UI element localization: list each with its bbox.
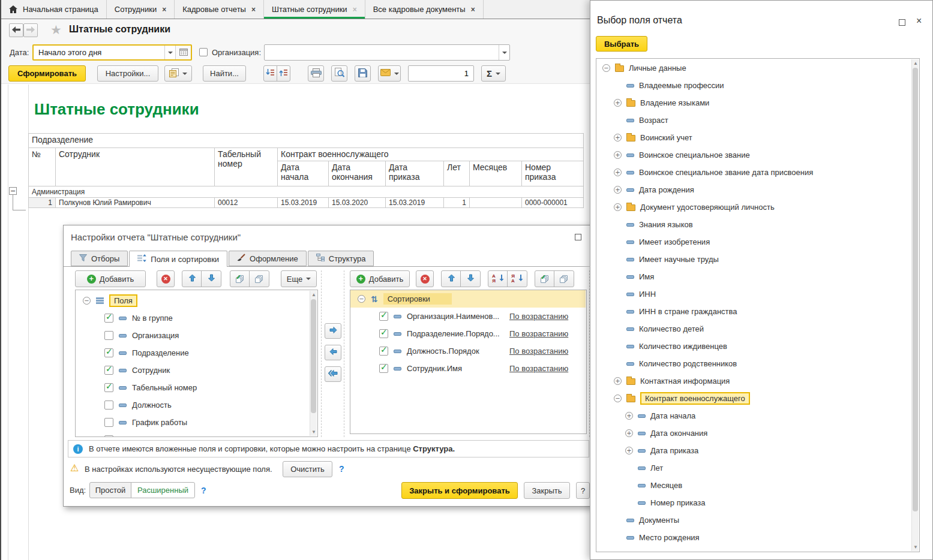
fields-more-button[interactable]: Еще [281,270,317,287]
tab-close-icon[interactable]: × [251,5,256,14]
sort-tree-root[interactable]: −⇅Сортировки [350,290,586,308]
sort-tree-item[interactable]: Подразделение.Порядо...По возрастанию [350,325,578,342]
report-group-row[interactable]: Администрация [29,186,584,198]
sort-uncheck-all-button[interactable] [554,270,574,287]
expand-expander-icon[interactable]: + [614,134,622,141]
sort-add-button[interactable]: + Добавить [350,270,410,287]
field-checkbox[interactable] [104,348,113,357]
sort-direction-link[interactable]: По возрастанию [509,312,568,321]
collapse-expander-icon[interactable]: − [83,297,91,305]
favorite-star-icon[interactable]: ★ [50,23,62,37]
close-button[interactable]: Закрыть [524,482,570,499]
field-dialog-tree-item[interactable]: −Контракт военнослужащего [596,390,911,407]
field-checkbox[interactable] [104,331,113,340]
field-checkbox[interactable] [104,401,113,410]
scroll-up-icon[interactable]: ▲ [912,61,919,66]
tab-item-4[interactable]: Все кадровые документы× [365,0,484,19]
sort-item-checkbox[interactable] [379,329,388,338]
field-checkbox[interactable] [104,418,113,427]
field-dialog-tree-item[interactable]: +Дата окончания [596,424,911,442]
close-and-generate-button[interactable]: Закрыть и сформировать [401,482,518,499]
field-dialog-tree-item[interactable]: ИНН [596,285,911,303]
fields-tree-root[interactable]: −Поля [76,292,309,309]
field-dialog-tree-item[interactable]: +Владение языками [596,94,911,112]
help-button[interactable]: ? [576,482,590,499]
settings-tab-3[interactable]: Структура [308,251,374,266]
generate-button[interactable]: Сформировать [8,65,86,82]
close-icon[interactable]: × [916,17,922,25]
scroll-down-icon[interactable]: ▼ [310,429,317,435]
tab-item-1[interactable]: Сотрудники× [107,0,175,19]
field-dialog-tree-item[interactable]: +Дата начала [596,407,911,424]
organization-dropdown-button[interactable] [499,45,509,60]
field-dialog-tree-item[interactable]: Возраст [596,112,911,129]
collapse-expander-icon[interactable]: − [358,295,365,303]
field-dialog-tree-item[interactable]: Документы [596,511,911,529]
fields-move-up-button[interactable] [182,270,202,287]
sort-tree-item[interactable]: Сотрудник.ИмяПо возрастанию [350,360,578,377]
maximize-icon[interactable] [899,19,905,26]
sort-descending-button[interactable]: ЯА [507,270,527,287]
clear-button[interactable]: Очистить [283,461,332,477]
sort-item-checkbox[interactable] [379,312,388,321]
scroll-down-icon[interactable]: ▼ [912,544,919,550]
tab-item-3[interactable]: Штатные сотрудники× [264,0,365,19]
tab-item-0[interactable]: Начальная страница [1,0,107,19]
tab-close-icon[interactable]: × [471,5,475,14]
field-dialog-tree-item[interactable]: Количество детей [596,320,911,338]
settings-button[interactable]: Настройки... [97,65,158,82]
collapse-groups-button[interactable] [277,65,290,82]
tab-close-icon[interactable]: × [162,5,166,14]
page-number-input[interactable] [408,65,474,82]
save-button[interactable] [355,65,371,82]
field-tree-scrollbar[interactable]: ▲ ▼ [911,59,919,551]
fields-tree-item[interactable]: № в группе [76,309,309,327]
fields-check-all-button[interactable]: ✓ [230,270,250,287]
expand-expander-icon[interactable]: + [625,412,633,420]
fields-tree-item[interactable]: Должность [76,396,309,414]
view-extended-button[interactable]: Расширенный [131,482,195,498]
view-simple-button[interactable]: Простой [89,482,131,498]
field-dialog-tree-item[interactable]: Имеет изобретения [596,233,911,251]
date-dropdown-button[interactable] [164,46,175,59]
field-dialog-tree-item[interactable]: +Дата рождения [596,181,911,198]
expand-groups-button[interactable] [263,65,277,82]
warning-help-link[interactable]: ? [339,464,344,474]
field-dialog-tree-item[interactable]: Месяцев [596,477,911,494]
field-dialog-tree-item[interactable]: Лет [596,459,911,477]
field-dialog-tree-item-partial[interactable] [596,551,911,552]
fields-tree-item[interactable]: Сотрудник [76,362,309,379]
field-dialog-tree-item[interactable]: Место рождения [596,529,911,546]
print-button[interactable] [308,65,324,82]
splitter[interactable] [344,270,344,437]
move-all-left-button[interactable] [325,366,341,382]
scroll-up-icon[interactable]: ▲ [310,292,317,297]
scrollbar-thumb[interactable] [311,299,316,413]
scrollbar-thumb[interactable] [913,68,918,511]
settings-tab-0[interactable]: Отборы [71,251,128,266]
organization-input[interactable] [265,45,499,60]
field-checkbox[interactable] [104,314,113,323]
expand-expander-icon[interactable]: + [625,429,633,437]
expand-expander-icon[interactable]: + [614,99,622,107]
fields-move-down-button[interactable] [201,270,221,287]
field-dialog-tree-item[interactable]: +Воинский учет [596,129,911,146]
field-dialog-tree-item[interactable]: ИНН в стране гражданства [596,303,911,320]
view-help-link[interactable]: ? [201,486,206,495]
splitter[interactable] [321,270,322,437]
field-dialog-tree-item[interactable]: +Документ удостоверяющий личность [596,198,911,216]
organization-checkbox[interactable] [199,48,208,56]
sort-move-down-button[interactable] [460,270,481,287]
field-dialog-tree-item[interactable]: Знания языков [596,216,911,233]
field-dialog-tree-item[interactable]: Имя [596,268,911,285]
find-button[interactable]: Найти... [203,65,246,82]
move-left-button[interactable] [325,345,341,360]
sort-delete-button[interactable]: ✕ [416,270,434,287]
collapse-expander-icon[interactable]: − [602,64,610,72]
field-dialog-tree-item[interactable]: Количество иждивенцев [596,338,911,355]
sort-direction-link[interactable]: По возрастанию [509,329,568,338]
tab-close-icon[interactable]: × [353,5,357,14]
field-dialog-tree-item[interactable]: +Воинское специальное звание [596,146,911,164]
sort-item-checkbox[interactable] [379,364,388,373]
sort-direction-link[interactable]: По возрастанию [509,364,568,373]
